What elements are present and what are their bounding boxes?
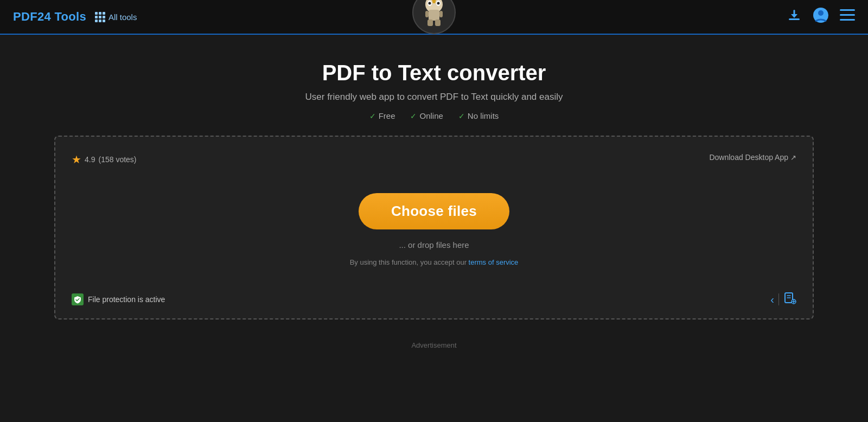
page-title: PDF to Text converter — [322, 61, 546, 85]
add-files-icon[interactable] — [783, 291, 796, 308]
page-subtitle: User friendly web app to convert PDF to … — [305, 92, 563, 103]
bottom-actions: ‹ — [770, 291, 796, 308]
choose-files-button[interactable]: Choose files — [359, 193, 509, 229]
check-nolimits-icon: ✓ — [458, 112, 465, 120]
drop-zone-bottom: File protection is active ‹ — [72, 291, 796, 308]
svg-rect-19 — [840, 19, 855, 21]
check-online-icon: ✓ — [410, 112, 417, 120]
terms-of-service-link[interactable]: terms of service — [469, 258, 519, 266]
features-row: ✓ Free ✓ Online ✓ No limits — [369, 111, 499, 120]
external-link-icon: ↗ — [790, 154, 796, 162]
drop-zone[interactable]: ★ 4.9 (158 votes) Download Desktop App ↗… — [54, 136, 814, 319]
svg-point-3 — [429, 2, 431, 5]
download-app-link[interactable]: Download Desktop App ↗ — [709, 153, 796, 162]
drop-zone-top: ★ 4.9 (158 votes) Download Desktop App ↗ — [72, 153, 796, 166]
svg-rect-9 — [439, 11, 443, 17]
svg-point-16 — [818, 10, 824, 16]
rating-score: 4.9 — [85, 155, 95, 164]
header-left: PDF24 Tools All tools — [13, 10, 137, 24]
header-right — [787, 7, 855, 27]
all-tools-link[interactable]: All tools — [95, 12, 137, 22]
protection-label: File protection is active — [88, 295, 165, 304]
brand-name[interactable]: PDF24 Tools — [13, 10, 86, 24]
svg-rect-17 — [840, 9, 855, 11]
vertical-divider — [778, 293, 779, 305]
menu-icon[interactable] — [840, 9, 855, 24]
drop-zone-body: Choose files ... or drop files here By u… — [72, 177, 796, 283]
feature-free-label: Free — [379, 111, 395, 120]
terms-prefix: By using this function, you accept our — [350, 258, 469, 266]
svg-rect-7 — [435, 20, 441, 26]
check-free-icon: ✓ — [369, 112, 376, 120]
feature-nolimits-label: No limits — [468, 111, 499, 120]
svg-rect-6 — [427, 20, 433, 26]
svg-rect-18 — [840, 14, 855, 16]
advertisement-section: Advertisement — [411, 341, 456, 349]
advertisement-label: Advertisement — [411, 341, 456, 349]
logo-circle — [412, 0, 456, 34]
terms-text: By using this function, you accept our t… — [350, 258, 519, 266]
rating-votes: (158 votes) — [98, 155, 136, 164]
feature-nolimits: ✓ No limits — [458, 111, 499, 120]
protection-badge: File protection is active — [72, 293, 165, 305]
svg-point-4 — [437, 2, 440, 5]
grid-icon — [95, 12, 105, 22]
drop-text: ... or drop files here — [399, 240, 469, 250]
feature-free: ✓ Free — [369, 111, 395, 120]
all-tools-label: All tools — [108, 12, 137, 22]
back-arrow-icon[interactable]: ‹ — [770, 293, 774, 306]
download-app-label: Download Desktop App — [709, 153, 788, 162]
download-icon[interactable] — [787, 8, 802, 26]
svg-marker-14 — [791, 14, 797, 18]
svg-rect-5 — [429, 10, 439, 21]
star-icon: ★ — [72, 153, 81, 166]
svg-rect-8 — [425, 11, 429, 17]
main-content: PDF to Text converter User friendly web … — [0, 35, 868, 349]
svg-rect-12 — [789, 18, 800, 20]
feature-online: ✓ Online — [410, 111, 443, 120]
user-avatar-icon[interactable] — [813, 7, 829, 27]
header: PDF24 Tools All tools — [0, 0, 868, 35]
header-center — [412, 0, 456, 34]
rating-area: ★ 4.9 (158 votes) — [72, 153, 137, 166]
logo-svg — [418, 0, 450, 31]
feature-online-label: Online — [419, 111, 443, 120]
shield-icon — [72, 293, 84, 305]
